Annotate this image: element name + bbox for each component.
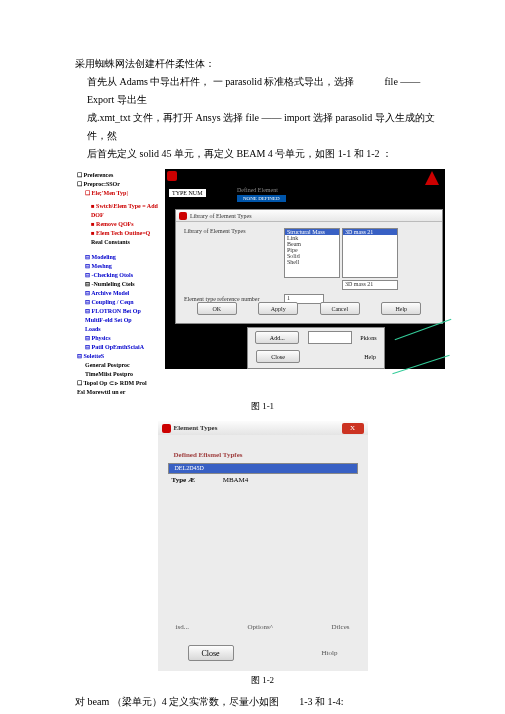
tree-item[interactable]: ☐ Preproc:SSOr [77, 180, 163, 189]
tree-item[interactable]: General Postproc [77, 361, 163, 370]
ansys-titlebar [165, 169, 445, 183]
defined-element-label: Defined Element [237, 187, 278, 193]
help-label: Htolp [322, 649, 338, 657]
ok-button[interactable]: OK [197, 302, 237, 315]
p1b: parasolid 标准格式导出，选择 [223, 76, 355, 87]
tree-item[interactable]: ⊟ -Numleling Ctels [77, 280, 163, 289]
library-dialog-titlebar[interactable]: Library of Element Types [176, 210, 442, 222]
element-types-subdialog: Add... Pkions Close Help [247, 327, 385, 369]
outline-tree: ☐ Preferences ☐ Preproc:SSOr ☐ Ele;'Men … [75, 169, 163, 397]
bot-label-1: isd... [176, 623, 189, 631]
doc-para2: 成.xmt_txt 文件，再打开 Ansys 选择 file —— import… [75, 109, 450, 145]
tree-item[interactable]: ■ Elem Tech Outine=Q [77, 229, 163, 238]
p1a: 首先从 Adams 中导出杆件， [87, 76, 213, 87]
figure-1: ☐ Preferences ☐ Preproc:SSOr ☐ Ele;'Men … [75, 169, 450, 397]
tree-item[interactable]: ⊟ SoletteS [77, 352, 163, 361]
tree-item[interactable]: ⊟ Archive Model [77, 289, 163, 298]
apply-button[interactable]: Apply [258, 302, 298, 315]
library-dialog-title: Library of Element Types [190, 213, 252, 219]
ansys-logo-icon [167, 171, 177, 181]
bottom-a: 对 beam （梁单元）4 定义实常数，尽量小如图 [75, 696, 279, 707]
type-row-b: MBAM4 [223, 476, 249, 484]
tree-item[interactable]: ⊟ Physics [77, 334, 163, 343]
doc-bottom-line: 对 beam （梁单元）4 定义实常数，尽量小如图1-3 和 1-4: [75, 695, 450, 709]
tree-item[interactable]: ⊟ Coupling / Ceqn [77, 298, 163, 307]
list-item[interactable]: Shell [285, 259, 339, 265]
tree-item[interactable]: ☐ Topol Op ⊂ ▹ RDM Prol [77, 379, 163, 388]
tree-item[interactable]: ■ Swtch\Elem Type = Add [77, 202, 163, 211]
tree-item[interactable]: Loads [77, 325, 163, 334]
tree-item[interactable]: Esl Morewttl un er [77, 388, 163, 397]
tree-item[interactable]: ⊟ FLOTRON Bet Op [77, 307, 163, 316]
tree-item[interactable]: MultiF-eld Set Op [77, 316, 163, 325]
element-selected-display: 3D mass 21 [342, 280, 398, 290]
help-label: Help [364, 354, 376, 360]
element-list[interactable]: 3D mass 21 [342, 228, 398, 278]
close-icon[interactable]: X [342, 423, 364, 434]
library-dialog: Library of Element Types Library of Elem… [175, 209, 443, 324]
ansys-logo-icon [162, 424, 171, 433]
bottom-b: 1-3 和 1-4: [299, 696, 343, 707]
tree-item[interactable]: ■ Remove QOFs [77, 220, 163, 229]
doc-para1: 首先从 Adams 中导出杆件， 一 parasolid 标准格式导出，选择fi… [75, 73, 450, 109]
tree-item[interactable]: ⊟ -Checking Otols [77, 271, 163, 280]
figure-2: Element Types X Defined Efismel Typfes D… [158, 421, 368, 671]
tree-item[interactable]: ⊟ Modeling [77, 253, 163, 262]
help-button[interactable]: Help [381, 302, 421, 315]
tree-item[interactable]: DOF [77, 211, 163, 220]
type-row-a: Type Æ [172, 476, 195, 484]
cancel-button[interactable]: Cancel [320, 302, 360, 315]
add-button[interactable]: Add... [255, 331, 299, 344]
tree-item[interactable]: ☐ Preferences [77, 171, 163, 180]
list-item[interactable]: 3D mass 21 [343, 229, 397, 235]
close-button[interactable]: Close [256, 350, 300, 363]
figure-1-caption: 图 1-1 [75, 400, 450, 413]
dialog-title: Element Types [174, 424, 218, 432]
tree-item[interactable]: Real Constants [77, 238, 163, 247]
doc-para3: 后首先定义 solid 45 单元，再定义 BEAM 4 号单元，如图 1-1 … [75, 145, 450, 163]
bot-label-3: Dtlces [332, 623, 350, 631]
none-defined-badge: NONE DEFINED [237, 195, 286, 202]
type-num-label: TYPE NUM [169, 189, 206, 197]
doc-heading: 采用蜘蛛网法创建杆件柔性体： [75, 55, 450, 73]
types-listbox[interactable]: DEL2D45D [168, 463, 358, 474]
tree-item[interactable]: ⊟ Meshng [77, 262, 163, 271]
figure-2-caption: 图 1-2 [75, 674, 450, 687]
pkions-label: Pkions [360, 335, 376, 341]
list-item[interactable]: DEL2D45D [169, 464, 357, 473]
type-row: Type Æ MBAM4 [172, 476, 358, 484]
close-button[interactable]: Close [188, 645, 234, 661]
defined-types-label: Defined Efismel Typfes [174, 451, 358, 459]
dialog-titlebar[interactable]: Element Types X [158, 421, 368, 435]
tree-item[interactable]: ☐ Ele;'Men Typ| [77, 189, 163, 198]
ansys-logo-icon [179, 212, 187, 220]
tree-item[interactable]: TimeMiist Postpro [77, 370, 163, 379]
tree-item[interactable]: ⊟ Patil OpEmthSciaiA [77, 343, 163, 352]
subdialog-input[interactable] [308, 331, 352, 344]
category-list[interactable]: Structural Mass Link Beam Pipe Solid She… [284, 228, 340, 278]
ansys-graphics-window: TYPE NUM Defined Element NONE DEFINED Li… [165, 169, 445, 369]
library-label: Library of Element Types [184, 228, 284, 234]
model-edge-line [392, 355, 449, 374]
bot-label-2: Options^ [248, 623, 273, 631]
